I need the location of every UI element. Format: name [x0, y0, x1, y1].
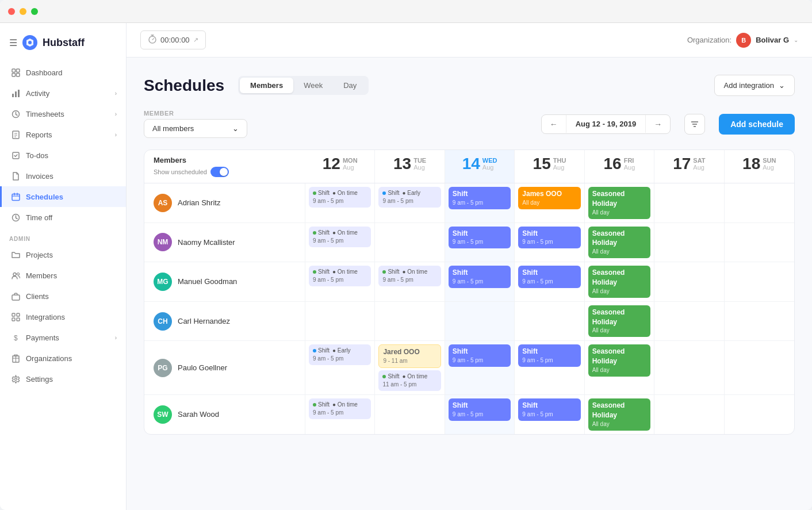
member-select[interactable]: All members ⌄: [144, 119, 247, 138]
tab-day[interactable]: Day: [333, 78, 367, 93]
day-cell-3-4: Seasoned HolidayAll day: [585, 302, 654, 341]
shift-block[interactable]: Shift ● On time9 am - 5 pm: [378, 266, 441, 286]
timer-button[interactable]: 00:00:00 ↗: [140, 30, 206, 49]
shift-block[interactable]: Shift9 am - 5 pm: [518, 398, 580, 421]
day-cell-5-5: [654, 395, 724, 434]
member-name: Naomy Mcallister: [178, 238, 235, 247]
clients-label: Clients: [26, 292, 49, 301]
todos-label: To-dos: [26, 151, 48, 160]
add-integration-button[interactable]: Add integration ⌄: [714, 75, 795, 96]
minimize-button[interactable]: [20, 8, 26, 15]
shift-block[interactable]: James OOOAll day: [518, 187, 580, 209]
content-area: Schedules Members Week Day Add integrati…: [127, 57, 812, 510]
add-schedule-button[interactable]: Add schedule: [719, 114, 795, 135]
shift-block[interactable]: Shift9 am - 5 pm: [518, 344, 580, 367]
reports-icon: [11, 130, 20, 139]
shift-block[interactable]: Shift9 am - 5 pm: [518, 227, 580, 249]
table-row: NM Naomy Mcallister Shift ● On time9 am …: [144, 223, 794, 263]
table-row: AS Adrian Shritz Shift ● On time9 am - 5…: [144, 183, 794, 223]
calendar-icon: [11, 192, 20, 201]
day-cell-3-2: [445, 302, 515, 341]
users-icon: [11, 271, 20, 280]
shift-block[interactable]: Shift ● Early9 am - 5 pm: [378, 187, 441, 208]
sidebar-item-projects[interactable]: Projects: [0, 244, 126, 265]
table-row: PG Paulo Goellner Shift ● Early9 am - 5 …: [144, 341, 794, 395]
filter-button[interactable]: [684, 114, 705, 135]
shift-block[interactable]: Seasoned HolidayAll day: [588, 398, 650, 431]
close-button[interactable]: [8, 8, 15, 15]
next-week-button[interactable]: →: [646, 115, 670, 133]
shift-block[interactable]: Seasoned HolidayAll day: [588, 344, 650, 377]
shift-block[interactable]: Seasoned HolidayAll day: [588, 187, 650, 219]
shift-block[interactable]: Shift9 am - 5 pm: [449, 266, 511, 288]
app-name: Hubstaff: [43, 37, 85, 49]
avatar: CH: [154, 312, 172, 331]
tab-week[interactable]: Week: [293, 78, 333, 93]
shift-block[interactable]: Shift ● On time9 am - 5 pm: [309, 187, 371, 208]
day-header-thu: 15 THU Aug: [515, 150, 584, 183]
day-cell-1-2: Shift9 am - 5 pm: [445, 223, 515, 262]
file-icon: [11, 171, 20, 181]
show-unscheduled-toggle[interactable]: [210, 167, 229, 177]
sidebar-item-todos[interactable]: To-dos: [0, 145, 126, 166]
day-cell-0-1: Shift ● Early9 am - 5 pm: [375, 183, 445, 223]
shift-block[interactable]: Shift ● On time9 am - 5 pm: [309, 227, 371, 247]
sidebar-item-members[interactable]: Members: [0, 265, 126, 286]
org-badge: B: [736, 33, 751, 48]
svg-rect-6: [12, 94, 14, 97]
day-cell-5-0: Shift ● On time9 am - 5 pm: [305, 395, 375, 434]
member-filter-label: MEMBER: [144, 110, 245, 117]
sidebar-item-schedules[interactable]: Schedules: [0, 186, 126, 207]
sidebar-item-payments[interactable]: $ Payments ›: [0, 327, 126, 348]
shift-block[interactable]: Shift ● On time11 am - 5 pm: [378, 370, 441, 391]
day-cell-3-1: [375, 302, 445, 341]
shift-block[interactable]: Shift9 am - 5 pm: [449, 187, 511, 209]
tab-members[interactable]: Members: [240, 78, 293, 93]
shift-block[interactable]: Seasoned HolidayAll day: [588, 305, 650, 338]
sidebar-item-reports[interactable]: Reports ›: [0, 124, 126, 145]
timer-icon: [148, 34, 157, 45]
sidebar-item-timeoff[interactable]: Time off: [0, 207, 126, 228]
hamburger-icon[interactable]: ☰: [9, 37, 17, 48]
shift-block[interactable]: Shift9 am - 5 pm: [449, 227, 511, 249]
member-cell-0: AS Adrian Shritz: [144, 183, 305, 223]
sidebar-item-clients[interactable]: Clients: [0, 286, 126, 306]
day-cell-0-0: Shift ● On time9 am - 5 pm: [305, 183, 375, 223]
shift-block[interactable]: Shift ● On time9 am - 5 pm: [309, 398, 371, 419]
svg-rect-7: [15, 91, 17, 97]
shift-block[interactable]: Shift9 am - 5 pm: [518, 266, 580, 288]
show-unscheduled-label: Show unscheduled: [154, 168, 207, 175]
shift-block[interactable]: Shift ● Early9 am - 5 pm: [309, 344, 371, 365]
day-cell-3-6: [725, 302, 794, 341]
shift-block[interactable]: Seasoned HolidayAll day: [588, 227, 650, 259]
sidebar-item-timesheets[interactable]: Timesheets ›: [0, 103, 126, 124]
org-chevron-icon[interactable]: ⌄: [794, 37, 798, 43]
svg-point-21: [17, 273, 19, 275]
sidebar-item-settings[interactable]: Settings: [0, 369, 126, 389]
day-cell-0-6: [725, 183, 794, 223]
settings-icon: [11, 374, 20, 384]
shift-block[interactable]: Shift9 am - 5 pm: [449, 398, 511, 421]
day-header-sun: 18 SUN Aug: [725, 150, 794, 183]
shift-block[interactable]: Jared OOO9 - 11 am: [378, 344, 441, 368]
sidebar-item-invoices[interactable]: Invoices: [0, 166, 126, 186]
svg-rect-2: [12, 69, 16, 72]
timeoff-icon: [11, 213, 20, 222]
schedules-label: Schedules: [26, 193, 63, 201]
prev-week-button[interactable]: ←: [542, 115, 566, 133]
sidebar-item-dashboard[interactable]: Dashboard: [0, 62, 126, 83]
sidebar-item-activity[interactable]: Activity ›: [0, 83, 126, 103]
sidebar-item-integrations[interactable]: Integrations: [0, 306, 126, 327]
day-cell-4-6: [725, 341, 794, 394]
shift-block[interactable]: Shift9 am - 5 pm: [449, 344, 511, 367]
day-cell-4-0: Shift ● Early9 am - 5 pm: [305, 341, 375, 394]
shift-block[interactable]: Shift ● On time9 am - 5 pm: [309, 266, 371, 286]
fullscreen-button[interactable]: [31, 8, 38, 15]
sidebar-item-organizations[interactable]: Organizations: [0, 348, 126, 369]
member-cell-1: NM Naomy Mcallister: [144, 223, 305, 262]
member-name: Sarah Wood: [178, 410, 219, 419]
members-col-label: Members: [154, 156, 229, 164]
shift-block[interactable]: Seasoned HolidayAll day: [588, 266, 650, 298]
member-cell-5: SW Sarah Wood: [144, 395, 305, 434]
table-row: CH Carl Hernandez Seasoned HolidayAll da…: [144, 302, 794, 342]
